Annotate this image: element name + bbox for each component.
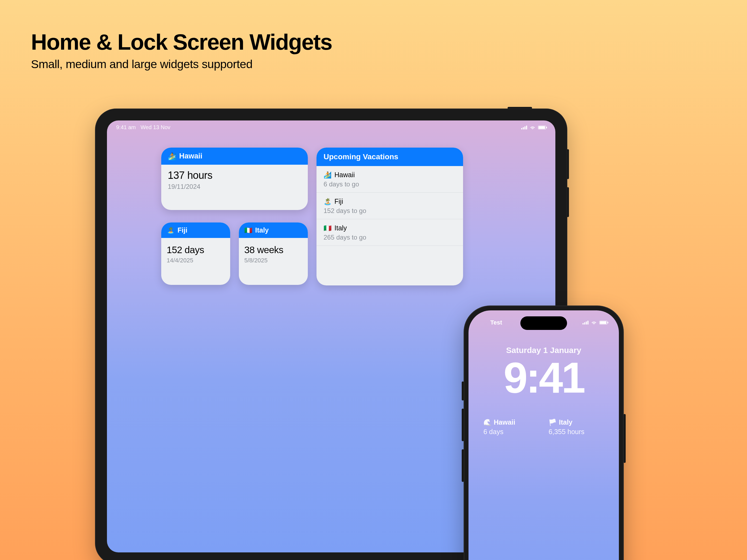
iphone-lock-screen: Test Saturday 1 January 9:41	[468, 311, 619, 560]
trip-row-hawaii[interactable]: 🏄 Hawaii 6 days to go	[316, 166, 463, 193]
trip-name: Fiji	[334, 197, 343, 205]
lock-widget-hawaii[interactable]: 🌊 Hawaii 6 days	[484, 418, 539, 436]
headline-block: Home & Lock Screen Widgets Small, medium…	[31, 30, 332, 71]
lock-widget-italy[interactable]: 🏳️ Italy 6,355 hours	[548, 418, 604, 436]
widget-date: 5/8/2025	[244, 257, 302, 264]
lock-screen-widgets: 🌊 Hawaii 6 days 🏳️ Italy 6,355 hours	[484, 418, 604, 436]
italy-flag-icon: 🇮🇹	[324, 224, 332, 232]
island-icon: 🏝️	[324, 198, 332, 205]
cellular-signal-icon	[521, 126, 527, 129]
italy-flag-icon: 🇮🇹	[244, 226, 253, 234]
cellular-signal-icon	[583, 321, 589, 324]
lock-widget-name: Hawaii	[494, 418, 515, 426]
trip-countdown: 265 days to go	[324, 234, 456, 241]
promo-canvas: Home & Lock Screen Widgets Small, medium…	[0, 0, 747, 560]
flag-icon: 🏳️	[548, 419, 557, 426]
headline-title: Home & Lock Screen Widgets	[31, 30, 332, 54]
wave-icon: 🌊	[484, 419, 492, 426]
widget-title: Italy	[255, 226, 269, 234]
headline-subtitle: Small, medium and large widgets supporte…	[31, 57, 332, 71]
lock-widget-name: Italy	[559, 418, 572, 426]
widget-date: 14/4/2025	[167, 257, 225, 264]
lock-time: 9:41	[468, 356, 619, 399]
widget-small-italy[interactable]: 🇮🇹 Italy 38 weeks 5/8/2025	[239, 222, 308, 285]
widget-countdown-value: 152 days	[167, 244, 225, 255]
ipad-status-date: Wed 13 Nov	[140, 124, 171, 130]
iphone-bezel: Test Saturday 1 January 9:41	[464, 305, 624, 560]
iphone-device: Test Saturday 1 January 9:41	[464, 305, 624, 560]
lock-clock-area: Saturday 1 January 9:41	[468, 346, 619, 399]
widget-title: Hawaii	[179, 152, 203, 160]
wifi-icon	[591, 321, 597, 324]
wifi-icon	[530, 126, 535, 129]
iphone-carrier-label: Test	[480, 319, 513, 326]
island-icon: 🏝️	[167, 226, 175, 234]
widget-countdown-value: 38 weeks	[244, 244, 302, 255]
battery-icon	[538, 126, 546, 129]
surfer-icon: 🏄	[324, 171, 332, 179]
widget-medium-hawaii[interactable]: 🏄 Hawaii 137 hours 19/11/2024	[161, 148, 308, 210]
widget-title: Fiji	[178, 226, 187, 234]
widget-title: Upcoming Vacations	[324, 153, 398, 161]
battery-icon	[599, 321, 608, 324]
iphone-side-button	[623, 414, 626, 463]
surfer-icon: 🏄	[168, 152, 176, 160]
trip-name: Hawaii	[334, 171, 355, 179]
trip-countdown: 6 days to go	[324, 181, 456, 188]
widget-date: 19/11/2024	[168, 183, 301, 190]
trip-row-fiji[interactable]: 🏝️ Fiji 152 days to go	[316, 193, 463, 219]
widget-countdown-value: 137 hours	[168, 169, 301, 181]
widget-large-upcoming[interactable]: Upcoming Vacations 🏄 Hawaii 6 days to go	[316, 148, 463, 286]
trip-name: Italy	[334, 224, 347, 232]
lock-widget-value: 6,355 hours	[548, 428, 604, 436]
trip-row-italy[interactable]: 🇮🇹 Italy 265 days to go	[316, 219, 463, 246]
ipad-status-bar: 9:41 am Wed 13 Nov	[107, 121, 556, 131]
widget-small-fiji[interactable]: 🏝️ Fiji 152 days 14/4/2025	[161, 222, 230, 285]
ipad-status-time: 9:41 am	[116, 124, 136, 130]
lock-widget-value: 6 days	[484, 428, 539, 436]
trip-countdown: 152 days to go	[324, 207, 456, 215]
iphone-status-bar: Test	[468, 319, 619, 326]
